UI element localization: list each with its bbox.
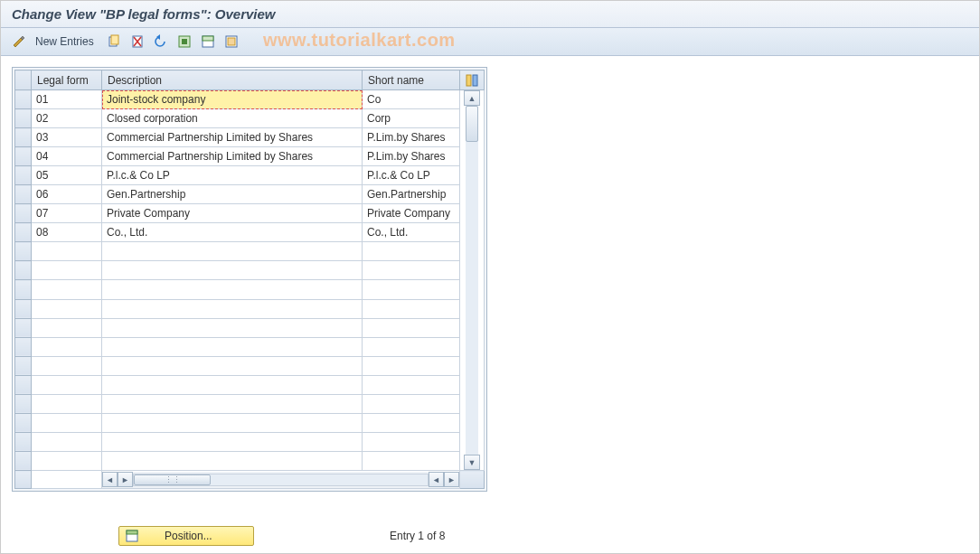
cell-legal-form[interactable]: 02	[32, 109, 102, 128]
cell-empty[interactable]	[102, 375, 363, 394]
cell-description[interactable]: Gen.Partnership	[102, 185, 363, 204]
hscroll-step-left2-icon[interactable]: ◄	[429, 472, 444, 487]
position-button[interactable]: Position...	[118, 526, 254, 546]
cell-description[interactable]: Closed corporation	[102, 109, 363, 128]
cell-empty[interactable]	[32, 299, 102, 318]
cell-empty[interactable]	[363, 261, 460, 280]
row-selector[interactable]	[15, 413, 32, 432]
row-selector[interactable]	[15, 166, 32, 185]
cell-empty[interactable]	[102, 432, 363, 451]
cell-empty[interactable]	[32, 394, 102, 413]
row-selector[interactable]	[15, 394, 32, 413]
cell-empty[interactable]	[363, 356, 460, 375]
row-selector[interactable]	[15, 147, 32, 166]
row-selector[interactable]	[15, 261, 32, 280]
configure-columns-icon[interactable]	[460, 70, 485, 90]
hscroll-step-right-icon[interactable]: ►	[118, 472, 133, 487]
delete-icon[interactable]	[128, 33, 146, 51]
cell-empty[interactable]	[363, 280, 460, 299]
cell-empty[interactable]	[363, 337, 460, 356]
cell-legal-form[interactable]: 05	[32, 166, 102, 185]
row-selector-header[interactable]	[15, 70, 32, 90]
cell-empty[interactable]	[363, 375, 460, 394]
row-selector[interactable]	[15, 432, 32, 451]
cell-empty[interactable]	[102, 451, 363, 470]
cell-empty[interactable]	[32, 451, 102, 470]
cell-empty[interactable]	[363, 413, 460, 432]
cell-empty[interactable]	[102, 318, 363, 337]
row-selector[interactable]	[15, 356, 32, 375]
row-selector[interactable]	[15, 242, 32, 261]
cell-legal-form[interactable]: 06	[32, 185, 102, 204]
hscroll-track[interactable]: ⋮⋮	[133, 474, 429, 486]
cell-legal-form[interactable]: 08	[32, 223, 102, 242]
cell-legal-form[interactable]: 01	[32, 90, 102, 109]
row-selector[interactable]	[15, 280, 32, 299]
cell-empty[interactable]	[102, 413, 363, 432]
cell-empty[interactable]	[102, 356, 363, 375]
cell-empty[interactable]	[363, 394, 460, 413]
cell-description[interactable]: Commercial Partnership Limited by Shares	[102, 128, 363, 147]
cell-empty[interactable]	[102, 337, 363, 356]
cell-description[interactable]: P.l.c.& Co LP	[102, 166, 363, 185]
hscroll-right-icon[interactable]: ►	[444, 472, 459, 487]
row-selector[interactable]	[15, 185, 32, 204]
deselect-all-icon[interactable]	[222, 33, 240, 51]
new-entries-button[interactable]: New Entries	[33, 35, 99, 48]
change-display-icon[interactable]	[10, 33, 28, 51]
hscroll-left-icon[interactable]: ◄	[102, 472, 118, 487]
cell-description[interactable]: Private Company	[102, 204, 363, 223]
cell-short-name[interactable]: P.Lim.by Shares	[363, 147, 460, 166]
undo-icon[interactable]	[152, 33, 170, 51]
cell-empty[interactable]	[32, 413, 102, 432]
cell-empty[interactable]	[32, 261, 102, 280]
select-all-icon[interactable]	[175, 33, 193, 51]
cell-short-name[interactable]: Gen.Partnership	[363, 185, 460, 204]
cell-description[interactable]: Joint-stock company	[102, 90, 363, 109]
cell-short-name[interactable]: Co	[363, 90, 460, 109]
copy-icon[interactable]	[105, 33, 123, 51]
cell-description[interactable]: Co., Ltd.	[102, 223, 363, 242]
cell-empty[interactable]	[102, 299, 363, 318]
cell-empty[interactable]	[363, 318, 460, 337]
row-selector[interactable]	[15, 337, 32, 356]
cell-short-name[interactable]: Corp	[363, 109, 460, 128]
col-header-short-name[interactable]: Short name	[363, 70, 460, 90]
col-header-description[interactable]: Description	[102, 70, 363, 90]
cell-empty[interactable]	[363, 242, 460, 261]
cell-empty[interactable]	[32, 318, 102, 337]
vertical-scrollbar[interactable]: ▲▼	[460, 90, 485, 471]
row-selector[interactable]	[15, 318, 32, 337]
hscroll-thumb[interactable]: ⋮⋮	[134, 474, 211, 485]
cell-empty[interactable]	[363, 451, 460, 470]
row-selector[interactable]	[15, 223, 32, 242]
vscroll-thumb[interactable]	[466, 106, 478, 142]
row-selector[interactable]	[15, 299, 32, 318]
cell-empty[interactable]	[102, 394, 363, 413]
cell-empty[interactable]	[363, 299, 460, 318]
cell-empty[interactable]	[363, 432, 460, 451]
cell-empty[interactable]	[102, 242, 363, 261]
row-selector[interactable]	[15, 204, 32, 223]
cell-empty[interactable]	[32, 375, 102, 394]
horizontal-scrollbar[interactable]: ◄ ► ⋮⋮ ◄ ►	[102, 472, 459, 488]
cell-empty[interactable]	[32, 337, 102, 356]
vscroll-track[interactable]	[466, 106, 478, 455]
cell-legal-form[interactable]: 07	[32, 204, 102, 223]
row-selector[interactable]	[15, 451, 32, 470]
cell-empty[interactable]	[32, 432, 102, 451]
row-selector[interactable]	[15, 109, 32, 128]
cell-empty[interactable]	[102, 280, 363, 299]
row-selector[interactable]	[15, 375, 32, 394]
select-block-icon[interactable]	[199, 33, 217, 51]
col-header-legal-form[interactable]: Legal form	[32, 70, 102, 90]
cell-short-name[interactable]: P.Lim.by Shares	[363, 128, 460, 147]
cell-short-name[interactable]: P.l.c.& Co LP	[363, 166, 460, 185]
cell-empty[interactable]	[32, 242, 102, 261]
cell-legal-form[interactable]: 04	[32, 147, 102, 166]
cell-short-name[interactable]: Co., Ltd.	[363, 223, 460, 242]
cell-empty[interactable]	[32, 356, 102, 375]
cell-short-name[interactable]: Private Company	[363, 204, 460, 223]
cell-legal-form[interactable]: 03	[32, 128, 102, 147]
row-selector[interactable]	[15, 128, 32, 147]
